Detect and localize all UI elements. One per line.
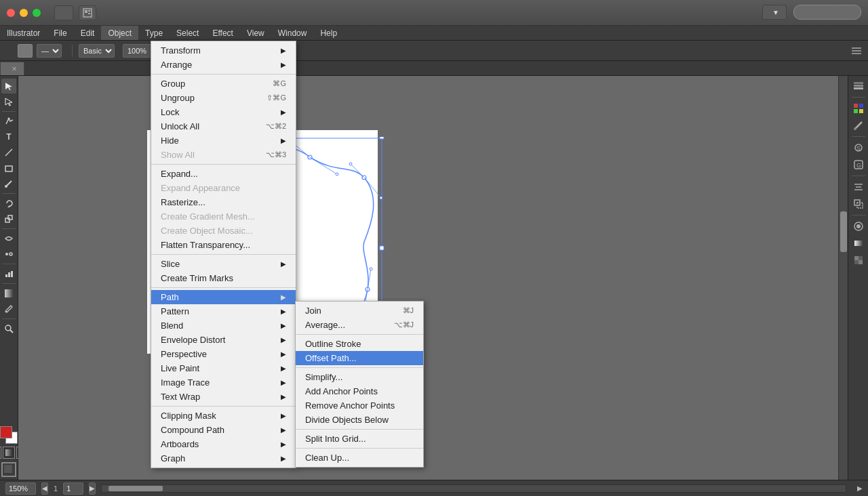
menu-item-expand[interactable]: Expand... [151, 167, 296, 181]
menubar-item-select[interactable]: Select [170, 26, 205, 40]
menubar-item-object[interactable]: Object [101, 26, 138, 40]
menu-item-unlock_all[interactable]: Unlock All⌥⌘2 [151, 119, 296, 133]
menubar-item-type[interactable]: Type [138, 26, 170, 40]
column-chart-tool[interactable] [1, 266, 16, 281]
rotate-tool[interactable] [1, 196, 16, 211]
rect-tool[interactable] [1, 161, 16, 175]
path-item-average[interactable]: Average...⌥⌘J [296, 318, 423, 332]
path-item-clean_up[interactable]: Clean Up... [296, 451, 423, 465]
path-item-offset_path[interactable]: Offset Path... [296, 351, 423, 365]
menu-item-graph[interactable]: Graph▶ [151, 451, 296, 466]
menu-item-image_trace[interactable]: Image Trace▶ [151, 375, 296, 390]
layers-panel-icon[interactable] [851, 79, 866, 94]
gradient-tool[interactable] [1, 286, 16, 301]
menu-item-group[interactable]: Group⌘G [151, 77, 296, 91]
minimize-button[interactable] [20, 9, 28, 17]
path-item-remove_anchor_points[interactable]: Remove Anchor Points [296, 398, 423, 413]
menu-item-artboards[interactable]: Artboards▶ [151, 437, 296, 451]
fill-gradient-button[interactable] [3, 447, 15, 459]
menu-item-arrange[interactable]: Arrange▶ [151, 58, 296, 72]
menu-item-transform[interactable]: Transform▶ [151, 43, 296, 58]
menubar-item-illustrator[interactable]: Illustrator [0, 26, 47, 40]
gradient-panel-icon[interactable] [851, 236, 866, 251]
path-item-outline_stroke[interactable]: Outline Stroke [296, 337, 423, 351]
direct-select-tool[interactable] [1, 94, 16, 109]
menu-item-perspective[interactable]: Perspective▶ [151, 347, 296, 361]
vscrollbar[interactable] [838, 76, 848, 480]
path-item-add_anchor_points[interactable]: Add Anchor Points [296, 384, 423, 398]
swatches-panel-icon[interactable] [851, 101, 866, 116]
page-input[interactable] [63, 482, 83, 495]
menu-item-rasterize[interactable]: Rasterize... [151, 195, 296, 209]
menu-item-clipping_mask[interactable]: Clipping Mask▶ [151, 409, 296, 423]
vscroll-thumb[interactable] [840, 211, 847, 252]
svg-rect-74 [859, 109, 863, 113]
panel-options-icon[interactable] [850, 45, 863, 57]
symbols-panel-icon[interactable]: S [851, 140, 866, 155]
eyedropper-tool[interactable] [1, 302, 16, 316]
graphic-styles-icon[interactable]: G [851, 157, 866, 172]
select-tool[interactable] [1, 79, 16, 94]
menubar-item-file[interactable]: File [47, 26, 73, 40]
prev-page-button[interactable]: ◀ [41, 482, 48, 495]
transparency-panel-icon[interactable] [851, 253, 866, 268]
tab-close-icon[interactable]: ✕ [12, 65, 17, 73]
bridge-button[interactable] [54, 5, 73, 20]
scale-tool[interactable] [1, 211, 16, 226]
menu-item-path[interactable]: Path▶ [151, 290, 296, 304]
fill-color-button[interactable] [0, 447, 1, 459]
path-item-join[interactable]: Join⌘J [296, 304, 423, 318]
appearance-panel-icon[interactable] [851, 219, 866, 234]
tool-divider-4 [2, 264, 16, 264]
menu-arrow-transform: ▶ [281, 47, 286, 54]
line-tool[interactable] [1, 145, 16, 160]
brush-tool[interactable] [1, 176, 16, 191]
menu-item-pattern[interactable]: Pattern▶ [151, 304, 296, 318]
menubar-item-edit[interactable]: Edit [74, 26, 102, 40]
svg-point-19 [5, 253, 8, 255]
menu-item-ungroup[interactable]: Ungroup⇧⌘G [151, 91, 296, 105]
path-item-simplify[interactable]: Simplify... [296, 370, 423, 384]
menu-item-slice[interactable]: Slice▶ [151, 257, 296, 271]
menu-item-text_wrap[interactable]: Text Wrap▶ [151, 390, 296, 404]
stroke-select[interactable]: — [37, 44, 62, 58]
color-swatch-pair[interactable] [0, 426, 18, 444]
blend-tool[interactable] [1, 247, 16, 262]
menu-item-flatten_transparency[interactable]: Flatten Transparency... [151, 238, 296, 252]
hscroll-thumb[interactable] [108, 486, 163, 491]
next-page-button[interactable]: ▶ [89, 482, 96, 495]
warp-tool[interactable] [1, 231, 16, 246]
active-tab[interactable]: ✕ [0, 62, 24, 75]
menubar-item-window[interactable]: Window [271, 26, 314, 40]
menu-item-create_trim_marks[interactable]: Create Trim Marks [151, 271, 296, 285]
close-button[interactable] [7, 9, 15, 17]
pen-tool[interactable] [1, 114, 16, 129]
menubar-item-help[interactable]: Help [313, 26, 344, 40]
menu-item-lock[interactable]: Lock▶ [151, 105, 296, 119]
foreground-swatch[interactable] [0, 426, 12, 438]
statusbar: ◀ 1 ▶ ▶ [0, 480, 868, 496]
path-item-split_into_grid[interactable]: Split Into Grid... [296, 432, 423, 446]
zoom-tool[interactable] [1, 321, 16, 336]
zoom-input[interactable] [5, 482, 36, 495]
path-item-divide_objects_below[interactable]: Divide Objects Below [296, 413, 423, 427]
menubar-item-view[interactable]: View [240, 26, 271, 40]
menubar-item-effect[interactable]: Effect [205, 26, 239, 40]
menu-item-hide[interactable]: Hide▶ [151, 133, 296, 148]
menu-item-live_paint[interactable]: Live Paint▶ [151, 361, 296, 375]
select-icon [4, 81, 14, 91]
essentials-button[interactable]: ▼ [762, 5, 787, 20]
screen-mode-button[interactable] [1, 462, 16, 477]
menu-item-blend[interactable]: Blend▶ [151, 318, 296, 333]
maximize-button[interactable] [33, 9, 41, 17]
brushes-panel-icon[interactable] [851, 118, 866, 133]
stroke-color-swatch[interactable] [18, 44, 33, 58]
transform-panel-icon[interactable] [851, 197, 866, 211]
basic-select[interactable]: Basic [79, 44, 115, 58]
workspace-button[interactable] [79, 5, 96, 20]
hscrollbar[interactable] [101, 484, 846, 493]
menu-item-envelope_distort[interactable]: Envelope Distort▶ [151, 333, 296, 347]
menu-item-compound_path[interactable]: Compound Path▶ [151, 423, 296, 437]
align-panel-icon[interactable] [851, 180, 866, 194]
type-tool[interactable]: T [1, 129, 16, 144]
